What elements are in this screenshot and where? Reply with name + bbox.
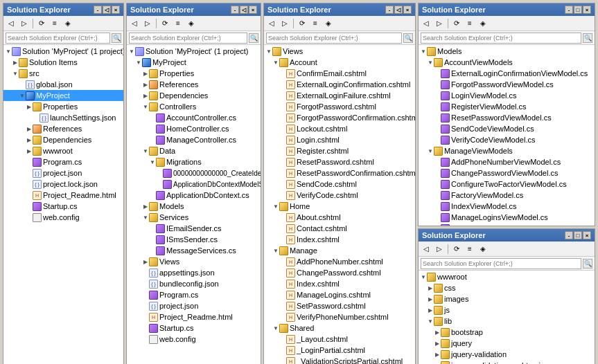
toolbar-props[interactable]: ◈ bbox=[62, 17, 74, 30]
panel-2-pin[interactable]: ◁ bbox=[240, 6, 248, 14]
expand-icon[interactable]: ▶ bbox=[26, 103, 33, 110]
tree-item[interactable]: H ForgotPassword.cshtml bbox=[264, 101, 415, 112]
tree-item[interactable]: ApplicationDbContext.cs bbox=[127, 190, 261, 201]
expand-icon[interactable]: ▼ bbox=[427, 318, 434, 325]
expand-icon[interactable]: ▼ bbox=[272, 247, 279, 254]
tree-item[interactable]: AccountController.cs bbox=[127, 112, 261, 123]
tree-item[interactable]: ▶ css bbox=[419, 282, 595, 293]
tree-item[interactable]: ▼ Manage bbox=[264, 245, 415, 256]
panel-3-close[interactable]: × bbox=[403, 6, 412, 14]
toolbar-nav-back[interactable]: ◁ bbox=[128, 17, 141, 30]
tree-item[interactable]: ▼ Controllers bbox=[127, 101, 261, 112]
panel-4-minimize[interactable]: - bbox=[565, 6, 573, 14]
tree-item[interactable]: RegisterViewModel.cs bbox=[419, 101, 595, 112]
tree-item[interactable]: ApplicationDbContextModelSnap... bbox=[127, 179, 261, 190]
expand-icon[interactable]: ▶ bbox=[26, 147, 33, 154]
tree-item[interactable]: H ForgotPasswordConfirmation.cshtml bbox=[264, 112, 415, 123]
toolbar-sync[interactable]: ⟳ bbox=[35, 17, 48, 30]
panel-2-search-btn[interactable]: 🔍 bbox=[249, 33, 258, 43]
toolbar-show-all[interactable]: ≡ bbox=[464, 17, 476, 30]
tree-item[interactable]: SendCodeViewModel.cs bbox=[419, 123, 595, 134]
toolbar-nav-fwd[interactable]: ▷ bbox=[141, 17, 154, 30]
tree-item[interactable]: ▼ src bbox=[3, 68, 123, 79]
tree-item[interactable]: ▶ Properties bbox=[3, 101, 123, 112]
tree-item[interactable]: H ExternalLoginFailure.cshtml bbox=[264, 90, 415, 101]
expand-icon[interactable]: ▼ bbox=[128, 48, 135, 55]
tree-item[interactable]: ▶ jquery-validation-unobtrusive bbox=[419, 360, 595, 364]
toolbar-props[interactable]: ◈ bbox=[477, 243, 489, 255]
toolbar-show-all[interactable]: ≡ bbox=[172, 17, 184, 30]
tree-item[interactable]: ConfigureTwoFactorViewModel.cs bbox=[419, 179, 595, 190]
tree-item[interactable]: { } project.json bbox=[3, 167, 123, 179]
expand-icon[interactable]: ▼ bbox=[272, 203, 279, 210]
tree-item[interactable]: ▼ Models bbox=[419, 46, 595, 57]
expand-icon[interactable]: ▶ bbox=[26, 125, 33, 132]
tree-item[interactable]: ▼ Home bbox=[264, 201, 415, 212]
toolbar-props[interactable]: ◈ bbox=[322, 17, 335, 30]
tree-item[interactable]: H Index.cshtml bbox=[264, 234, 415, 245]
tree-item[interactable]: H _ValidationScriptsPartial.cshtml bbox=[264, 356, 415, 364]
panel-4-maxrestore[interactable]: □ bbox=[574, 6, 582, 14]
tree-item[interactable]: H AddPhoneNumber.cshtml bbox=[264, 256, 415, 267]
expand-icon[interactable]: ▶ bbox=[434, 329, 441, 336]
expand-icon[interactable]: ▼ bbox=[420, 273, 427, 280]
tree-item[interactable]: ▼ Migrations bbox=[127, 156, 261, 167]
tree-item[interactable]: H ManageLogins.cshtml bbox=[264, 289, 415, 300]
expand-icon[interactable]: ▼ bbox=[265, 48, 272, 55]
panel-3-search-btn[interactable]: 🔍 bbox=[403, 33, 413, 43]
tree-item[interactable]: ▼ MyProject bbox=[3, 90, 123, 101]
tree-item[interactable]: ▼ Data bbox=[127, 145, 261, 156]
tree-item[interactable]: ManageController.cs bbox=[127, 134, 261, 145]
toolbar-nav-fwd[interactable]: ▷ bbox=[279, 17, 291, 30]
tree-item[interactable]: ExternalLoginConfirmationViewModel.cs bbox=[419, 68, 595, 79]
tree-item[interactable]: ▼ wwwroot bbox=[419, 271, 595, 282]
tree-item[interactable]: H Register.cshtml bbox=[264, 145, 415, 156]
tree-item[interactable]: H VerifyCode.cshtml bbox=[264, 190, 415, 201]
tree-item[interactable]: ▶ Properties bbox=[127, 68, 261, 79]
expand-icon[interactable]: ▶ bbox=[142, 92, 149, 99]
expand-icon[interactable]: ▼ bbox=[142, 147, 149, 154]
expand-icon[interactable]: ▶ bbox=[12, 59, 19, 66]
panel-4-close[interactable]: × bbox=[583, 6, 591, 14]
tree-item[interactable]: { } bundleconfig.json bbox=[127, 278, 261, 289]
expand-icon[interactable]: ▼ bbox=[135, 59, 142, 66]
tree-item[interactable]: ChangePasswordViewModel.cs bbox=[419, 167, 595, 179]
tree-item[interactable]: MessageServices.cs bbox=[127, 245, 261, 256]
tree-item[interactable]: ▶ References bbox=[3, 123, 123, 134]
panel-1-pin[interactable]: ◁ bbox=[103, 6, 111, 14]
tree-item[interactable]: H ExternalLoginConfirmation.cshtml bbox=[264, 79, 415, 90]
panel-1-minimize[interactable]: - bbox=[94, 6, 102, 14]
tree-item[interactable]: H _LoginPartial.cshtml bbox=[264, 345, 415, 356]
tree-item[interactable]: VerifyCodeViewModel.cs bbox=[419, 134, 595, 145]
tree-item[interactable]: ▶ wwwroot bbox=[3, 145, 123, 156]
tree-item[interactable]: H SendCode.cshtml bbox=[264, 179, 415, 190]
toolbar-show-all[interactable]: ≡ bbox=[464, 243, 476, 255]
toolbar-nav-fwd[interactable]: ▷ bbox=[433, 243, 446, 255]
panel-3-minimize[interactable]: - bbox=[385, 6, 394, 14]
tree-item[interactable]: FactoryViewModel.cs bbox=[419, 190, 595, 201]
toolbar-props[interactable]: ◈ bbox=[185, 17, 197, 30]
tree-item[interactable]: ▼ lib bbox=[419, 316, 595, 327]
expand-icon[interactable]: ▶ bbox=[427, 284, 434, 291]
toolbar-sync[interactable]: ⟳ bbox=[159, 17, 171, 30]
tree-item[interactable]: H ConfirmEmail.cshtml bbox=[264, 68, 415, 79]
tree-item[interactable]: { } appsettings.json bbox=[127, 267, 261, 278]
tree-item[interactable]: H SetPassword.cshtml bbox=[264, 300, 415, 311]
panel-4-search-btn[interactable]: 🔍 bbox=[583, 33, 592, 43]
tree-item[interactable]: ▼ Solution 'MyProject' (1 project) bbox=[127, 46, 261, 57]
tree-item[interactable]: Startup.cs bbox=[127, 322, 261, 334]
panel-5-close[interactable]: × bbox=[583, 231, 591, 239]
toolbar-nav-fwd[interactable]: ▷ bbox=[433, 17, 446, 30]
panel-3-search-input[interactable] bbox=[266, 33, 402, 44]
tree-item[interactable]: ▼ AccountViewModels bbox=[419, 57, 595, 68]
tree-item[interactable]: LoginViewModel.cs bbox=[419, 90, 595, 101]
tree-item[interactable]: ▼ MyProject bbox=[127, 57, 261, 68]
tree-item[interactable]: ▶ jquery-validation bbox=[419, 349, 595, 360]
tree-item[interactable]: { } global.json bbox=[3, 79, 123, 90]
tree-item[interactable]: H Project_Readme.html bbox=[3, 190, 123, 201]
toolbar-show-all[interactable]: ≡ bbox=[49, 17, 61, 30]
tree-item[interactable]: Program.cs bbox=[3, 156, 123, 167]
toolbar-nav-back[interactable]: ◁ bbox=[265, 17, 278, 30]
expand-icon[interactable]: ▼ bbox=[142, 214, 149, 221]
tree-item[interactable]: ▶ bootstrap bbox=[419, 327, 595, 338]
